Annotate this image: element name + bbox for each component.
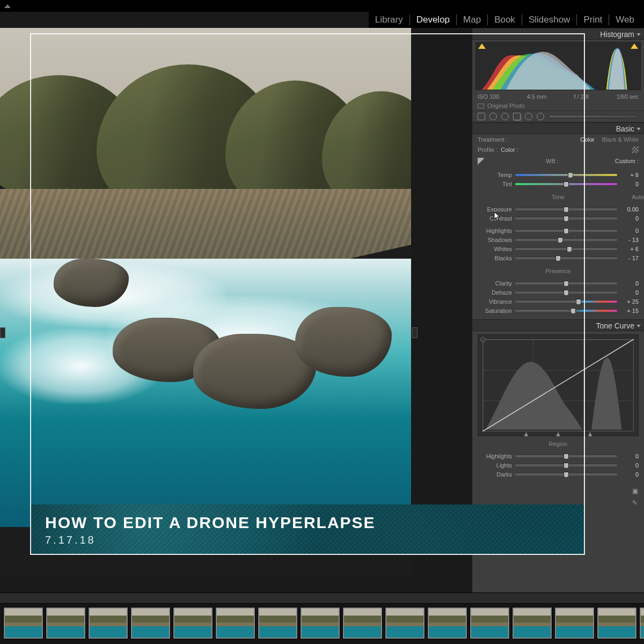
- filmstrip-thumbs[interactable]: [0, 604, 644, 644]
- blacks-label: Blacks: [478, 255, 512, 261]
- presence-sliders: Clarity 0 Dehaze 0 Vibrance + 25 Saturat…: [472, 275, 644, 319]
- tint-slider[interactable]: Tint 0: [478, 179, 639, 188]
- filmstrip-thumb[interactable]: [639, 607, 644, 639]
- wb-dropper-icon[interactable]: [478, 158, 484, 165]
- saturation-label: Saturation: [478, 308, 512, 314]
- module-map[interactable]: Map: [457, 14, 488, 25]
- histogram-panel-header[interactable]: Histogram: [472, 28, 644, 40]
- redeye-tool-icon[interactable]: [501, 113, 509, 120]
- region-header-label: Region: [549, 441, 568, 447]
- tc-lights-value: 0: [620, 462, 639, 469]
- filmstrip-thumb[interactable]: [427, 607, 467, 639]
- filmstrip-thumb[interactable]: [215, 607, 255, 639]
- filmstrip-thumb[interactable]: [88, 607, 128, 639]
- tc-darks-knob[interactable]: [564, 472, 569, 478]
- gradient-tool-icon[interactable]: [513, 113, 521, 120]
- histogram-display[interactable]: [475, 42, 641, 90]
- module-web[interactable]: Web: [609, 14, 641, 25]
- blacks-knob[interactable]: [555, 255, 561, 261]
- filmstrip-thumb[interactable]: [342, 607, 383, 639]
- tc-highlights-value: 0: [620, 453, 639, 459]
- temp-knob[interactable]: [568, 172, 573, 178]
- panel-expand-icon[interactable]: [4, 4, 11, 8]
- profile-value[interactable]: Color :: [501, 147, 518, 153]
- filmstrip-thumb[interactable]: [3, 607, 43, 639]
- auto-tone-button[interactable]: Auto: [632, 193, 644, 201]
- spot-tool-icon[interactable]: [489, 113, 497, 120]
- saturation-knob[interactable]: [570, 308, 576, 314]
- contrast-knob[interactable]: [564, 216, 569, 222]
- filmstrip-thumb[interactable]: [597, 607, 637, 639]
- filmstrip-thumb[interactable]: [130, 607, 171, 639]
- module-book[interactable]: Book: [488, 14, 522, 25]
- highlights-knob[interactable]: [564, 228, 569, 234]
- right-panel-toggle-icon[interactable]: [412, 327, 418, 338]
- exposure-knob[interactable]: [564, 207, 569, 213]
- temp-slider[interactable]: Temp + 8: [478, 170, 639, 179]
- vibrance-knob[interactable]: [576, 299, 581, 305]
- panel-edge-icons: ▣ ✎: [630, 484, 642, 510]
- module-library[interactable]: Library: [369, 14, 410, 25]
- shadows-slider[interactable]: Shadows - 13: [478, 235, 639, 244]
- contrast-label: Contrast: [478, 215, 512, 222]
- temp-value: + 8: [620, 172, 639, 178]
- tonecurve-panel-header[interactable]: Tone Curve: [472, 319, 644, 331]
- brush-tool-icon[interactable]: [537, 113, 544, 120]
- filmstrip-thumb[interactable]: [300, 607, 340, 639]
- contrast-slider[interactable]: Contrast 0: [478, 214, 639, 223]
- whites-value: + 6: [620, 246, 639, 252]
- filmstrip-thumb[interactable]: [554, 607, 595, 639]
- original-photo-label: Original Photo: [487, 103, 525, 109]
- shadows-knob[interactable]: [558, 237, 563, 243]
- highlights-value: 0: [620, 228, 639, 234]
- tool-amount-slider[interactable]: [548, 115, 639, 118]
- clarity-slider[interactable]: Clarity 0: [478, 279, 639, 288]
- whites-label: Whites: [478, 246, 512, 252]
- exposure-slider[interactable]: Exposure 0.00: [478, 204, 639, 214]
- crop-tool-icon[interactable]: [478, 113, 485, 120]
- wb-value[interactable]: Custom :: [615, 158, 639, 165]
- treatment-bw[interactable]: Black & White: [602, 136, 639, 143]
- filmstrip[interactable]: [0, 592, 644, 644]
- tc-lights-knob[interactable]: [564, 463, 569, 469]
- saturation-slider[interactable]: Saturation + 15: [478, 306, 639, 315]
- panel-brush-icon[interactable]: ✎: [630, 498, 640, 508]
- basic-panel-header[interactable]: Basic: [472, 122, 644, 134]
- original-photo-toggle[interactable]: Original Photo: [472, 101, 644, 111]
- tonecurve-region-markers[interactable]: [478, 432, 638, 437]
- tonecurve-display[interactable]: [478, 334, 639, 436]
- loupe-view[interactable]: [0, 28, 411, 575]
- tc-highlights-knob[interactable]: [564, 453, 569, 459]
- tc-highlights-slider[interactable]: Highlights 0: [478, 451, 639, 460]
- whites-slider[interactable]: Whites + 6: [478, 244, 639, 253]
- treatment-color[interactable]: Color: [580, 136, 594, 143]
- module-print[interactable]: Print: [577, 14, 609, 25]
- module-develop[interactable]: Develop: [410, 14, 457, 25]
- filmstrip-thumb[interactable]: [46, 607, 86, 639]
- radial-tool-icon[interactable]: [525, 113, 532, 120]
- filmstrip-thumb[interactable]: [470, 607, 510, 639]
- tc-darks-slider[interactable]: Darks 0: [478, 470, 639, 479]
- filmstrip-thumb[interactable]: [173, 607, 213, 639]
- filmstrip-thumb[interactable]: [385, 607, 425, 639]
- overlay-banner: HOW TO EDIT A DRONE HYPERLAPSE 7.17.18: [30, 504, 585, 555]
- clarity-value: 0: [620, 280, 639, 287]
- tint-knob[interactable]: [564, 181, 569, 187]
- profile-browser-icon[interactable]: [632, 147, 639, 153]
- filmstrip-thumb[interactable]: [258, 607, 298, 639]
- tc-lights-slider[interactable]: Lights 0: [478, 460, 639, 470]
- dehaze-knob[interactable]: [564, 290, 569, 296]
- vibrance-slider[interactable]: Vibrance + 25: [478, 297, 639, 306]
- tone-header: Tone Auto: [472, 193, 644, 201]
- module-slideshow[interactable]: Slideshow: [522, 14, 577, 25]
- whites-knob[interactable]: [567, 246, 572, 252]
- dehaze-slider[interactable]: Dehaze 0: [478, 288, 639, 297]
- filmstrip-thumb[interactable]: [512, 607, 552, 639]
- left-panel-toggle-icon[interactable]: [0, 327, 5, 338]
- highlights-slider[interactable]: Highlights 0: [478, 226, 639, 235]
- highlights-label: Highlights: [478, 228, 512, 234]
- clarity-knob[interactable]: [564, 281, 569, 287]
- filmstrip-toolbar[interactable]: [0, 593, 644, 604]
- blacks-slider[interactable]: Blacks - 17: [478, 253, 639, 262]
- panel-switch-icon[interactable]: ▣: [630, 486, 640, 496]
